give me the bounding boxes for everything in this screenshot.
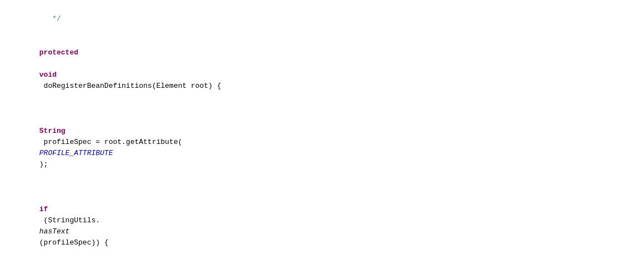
plain-token: [39, 59, 44, 68]
comment-token: */: [39, 14, 61, 23]
code-line: String profileSpec = root.getAttribute( …: [0, 103, 644, 181]
code-line: String [] specifiedProfiles = StringUtil…: [0, 260, 644, 279]
plain-token: [39, 115, 70, 123]
keyword-token: protected: [39, 48, 78, 57]
plain-token: profileSpec = root.getAttribute(: [39, 138, 182, 146]
plain-token: [39, 272, 87, 279]
method-token: hasText: [39, 227, 70, 236]
keyword-token: String: [39, 127, 66, 135]
code-line: if (StringUtils. hasText (profileSpec)) …: [0, 181, 644, 260]
keyword-token: void: [39, 71, 57, 79]
plain-token: );: [39, 160, 48, 168]
plain-token: doRegisterBeanDefinitions(Element root) …: [39, 82, 222, 90]
code-line: */: [0, 2, 644, 36]
keyword-token: if: [39, 205, 48, 213]
code-line: protected void doRegisterBeanDefinitions…: [0, 36, 644, 103]
constant-token: PROFILE_ATTRIBUTE: [39, 149, 113, 157]
plain-token: (StringUtils.: [39, 216, 100, 225]
code-viewer: */ protected void doRegisterBeanDefiniti…: [0, 0, 644, 279]
plain-token: (profileSpec)) {: [39, 238, 109, 247]
plain-token: [39, 193, 70, 202]
